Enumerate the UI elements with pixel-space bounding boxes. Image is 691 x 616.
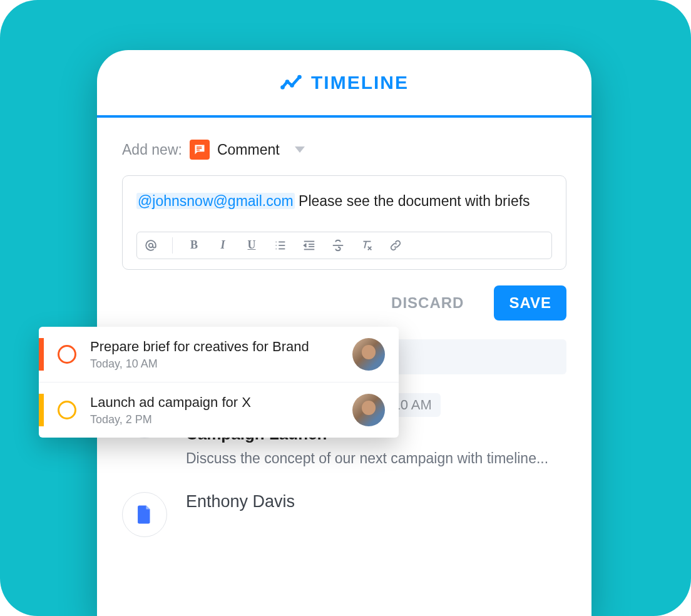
outdent-icon[interactable]: [302, 238, 317, 253]
task-text: Prepare brief for creatives for Brand To…: [90, 339, 352, 371]
timeline-entry[interactable]: Enthony Davis: [122, 492, 566, 537]
task-time: Today, 2 PM: [90, 413, 352, 426]
svg-rect-6: [197, 150, 200, 151]
composer-actions: DISCARD SAVE: [122, 285, 566, 321]
document-icon: [122, 492, 167, 537]
format-toolbar: B I U: [136, 232, 552, 259]
tab-header: TIMELINE: [97, 50, 591, 118]
list-icon[interactable]: [273, 238, 288, 253]
svg-point-2: [290, 83, 294, 88]
save-button[interactable]: SAVE: [494, 285, 566, 321]
mention-chip[interactable]: @johnsnow@gmail.com: [136, 193, 295, 209]
tab-title[interactable]: TIMELINE: [311, 72, 409, 93]
add-new-label: Add new:: [122, 141, 182, 158]
mention-icon[interactable]: [143, 238, 158, 253]
discard-button[interactable]: DISCARD: [376, 285, 479, 321]
svg-rect-5: [197, 148, 202, 150]
composer: @johnsnow@gmail.com Please see the docum…: [122, 175, 566, 270]
entry-type-selector-label[interactable]: Comment: [217, 141, 280, 158]
strikethrough-icon[interactable]: [330, 238, 346, 253]
svg-point-7: [149, 244, 153, 247]
entry-author: Enthony Davis: [186, 492, 295, 511]
timeline-icon: [280, 71, 302, 94]
svg-point-0: [280, 85, 285, 90]
task-radio[interactable]: [58, 401, 76, 419]
chevron-down-icon[interactable]: [295, 146, 305, 153]
bold-button[interactable]: B: [187, 238, 202, 253]
svg-point-1: [285, 80, 290, 84]
italic-button[interactable]: I: [215, 238, 230, 253]
task-title: Prepare brief for creatives for Brand: [90, 339, 352, 355]
task-text: Launch ad campaign for X Today, 2 PM: [90, 394, 352, 426]
entry-body: Enthony Davis: [186, 492, 566, 537]
composer-textarea[interactable]: @johnsnow@gmail.com Please see the docum…: [136, 190, 552, 213]
svg-rect-4: [197, 146, 202, 148]
svg-point-3: [297, 75, 302, 80]
task-popover: Prepare brief for creatives for Brand To…: [39, 327, 399, 438]
toolbar-divider: [172, 237, 173, 254]
task-time: Today, 10 AM: [90, 357, 352, 371]
priority-stripe: [39, 338, 44, 371]
avatar: [352, 338, 385, 371]
composer-text-content: Please see the document with briefs: [295, 193, 530, 209]
task-radio[interactable]: [58, 345, 76, 364]
underline-button[interactable]: U: [244, 238, 259, 253]
entry-head: Enthony Davis: [186, 492, 566, 511]
task-title: Launch ad campaign for X: [90, 394, 352, 411]
add-new-row: Add new: Comment: [122, 140, 566, 160]
priority-stripe: [39, 394, 44, 426]
task-item[interactable]: Launch ad campaign for X Today, 2 PM: [39, 382, 399, 438]
task-item[interactable]: Prepare brief for creatives for Brand To…: [39, 327, 399, 382]
link-icon[interactable]: [388, 238, 403, 253]
clear-format-icon[interactable]: [359, 238, 374, 253]
avatar: [352, 394, 385, 426]
comment-icon: [190, 140, 210, 160]
entry-description: Discuss the concept of our next campaign…: [186, 450, 566, 467]
